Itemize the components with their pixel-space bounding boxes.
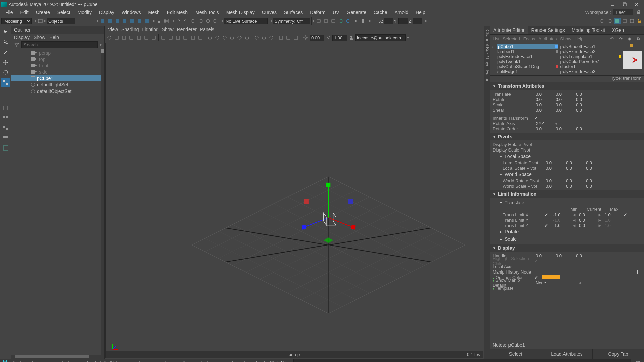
outliner-menu-display[interactable]: Display — [14, 35, 30, 40]
vp-icon[interactable] — [160, 34, 167, 41]
view-axis-gizmo[interactable] — [111, 341, 121, 351]
history-icon-2[interactable] — [197, 18, 204, 24]
select-mode-icon-3[interactable] — [136, 18, 143, 24]
vp-icon[interactable] — [253, 34, 260, 41]
menu-surfaces[interactable]: Surfaces — [281, 9, 306, 16]
vp-icon[interactable] — [128, 34, 135, 41]
select-tool[interactable] — [1, 27, 10, 37]
script-language-toggle[interactable]: MEL — [281, 360, 290, 362]
move-tool[interactable] — [1, 58, 10, 67]
vp-icon[interactable] — [190, 34, 196, 41]
rotate-tool[interactable] — [1, 68, 10, 77]
viewport-3d[interactable]: persp 0.1 fps — [105, 43, 483, 358]
menu-generate[interactable]: Generate — [343, 9, 370, 16]
outliner-item-front[interactable]: front — [11, 62, 104, 69]
history-icon-3[interactable] — [205, 18, 211, 24]
checkbox[interactable]: ✔ — [534, 259, 540, 264]
checkbox[interactable]: ✔ — [544, 223, 550, 228]
minimize-button[interactable] — [606, 0, 619, 9]
menu-create[interactable]: Create — [33, 9, 53, 16]
vp-icon[interactable] — [278, 34, 284, 41]
attr-menu-attributes[interactable]: Attributes — [538, 36, 557, 41]
layout-icon-1[interactable] — [614, 18, 621, 24]
menu-modify[interactable]: Modify — [74, 9, 95, 16]
coord-mode-icon[interactable] — [372, 18, 378, 24]
outliner-item-pcube1[interactable]: pCube1 — [11, 75, 104, 81]
select-by-component-icon[interactable] — [114, 18, 121, 24]
menu-cache[interactable]: Cache — [370, 9, 390, 16]
menu-arnold[interactable]: Arnold — [391, 9, 411, 16]
shelf-icon[interactable] — [37, 18, 44, 24]
node-tab-splitedge1[interactable]: splitEdge1 — [497, 69, 558, 74]
select-by-hierarchy-icon[interactable] — [99, 18, 106, 24]
snap-grid-icon[interactable] — [163, 18, 170, 24]
checkbox[interactable]: ✔ — [544, 212, 550, 217]
coord-x-input[interactable] — [384, 18, 393, 24]
vp-gear-icon[interactable] — [302, 34, 309, 41]
nav-back-icon[interactable]: ↶ — [608, 35, 615, 42]
menu-file[interactable]: File — [2, 9, 16, 16]
copy-tab-button[interactable]: Copy Tab — [593, 349, 644, 359]
vp-icon[interactable] — [261, 34, 267, 41]
vp-icon[interactable] — [229, 34, 235, 41]
vp-user-field[interactable]: leecaste@outlook.com — [355, 34, 406, 41]
outliner-filter-icon[interactable] — [13, 42, 20, 48]
subsection-local-space[interactable]: ▼Local Space — [490, 153, 644, 160]
render-settings-icon[interactable] — [606, 18, 613, 24]
select-by-object-icon[interactable] — [107, 18, 113, 24]
history-icon-4[interactable] — [212, 18, 219, 24]
subsection-translate-limits[interactable]: ▼Translate — [490, 199, 644, 206]
vp-icon[interactable] — [268, 34, 275, 41]
vp-gamma-input[interactable] — [332, 35, 347, 41]
dropdown-icon[interactable]: ◄ — [554, 122, 558, 125]
menu-curves[interactable]: Curves — [259, 9, 280, 16]
node-nav-right-icon[interactable]: › — [634, 44, 636, 49]
node-nav-left-icon[interactable]: ‹ — [492, 44, 495, 74]
history-redo-icon[interactable] — [182, 18, 189, 24]
vp-icon[interactable] — [285, 34, 292, 41]
paint-select-tool[interactable] — [1, 48, 10, 57]
vp-icon[interactable] — [167, 34, 174, 41]
vp-icon[interactable] — [182, 34, 189, 41]
layout-icon-2[interactable] — [621, 18, 628, 24]
render-icon[interactable] — [599, 18, 606, 24]
vp-icon[interactable] — [150, 34, 157, 41]
outliner-hscroll[interactable] — [11, 355, 104, 359]
node-tab-polycolorpervertex1[interactable]: polyColorPerVertex1 — [560, 59, 622, 64]
dropdown-icon[interactable]: ◄ — [578, 281, 581, 285]
playback-icon[interactable] — [315, 18, 322, 24]
inherits-checkbox[interactable]: ✔ — [534, 116, 540, 121]
vert-tab-channelbox[interactable]: Channel Box / Layer Editor — [485, 29, 490, 359]
select-mode-icon-4[interactable] — [144, 18, 150, 24]
search-dropdown-icon[interactable]: ▼ — [99, 43, 102, 47]
vp-menu-show[interactable]: Show — [162, 27, 174, 32]
vp-gamma-icon[interactable] — [325, 34, 332, 41]
nav-copy-icon[interactable]: ⧉ — [635, 35, 641, 42]
symmetry-field[interactable]: Symmetry: Off — [273, 18, 310, 24]
close-button[interactable] — [631, 0, 643, 9]
maximize-button[interactable] — [619, 0, 631, 9]
sidebar-lock-icon[interactable] — [636, 18, 643, 24]
menu-mesh[interactable]: Mesh — [145, 9, 163, 16]
tab-attribute-editor[interactable]: Attribute Editor — [490, 26, 528, 34]
vp-menu-lighting[interactable]: Lighting — [142, 27, 158, 32]
snap-lock-icon[interactable] — [156, 18, 162, 24]
menu-mesh-tools[interactable]: Mesh Tools — [192, 9, 222, 16]
shelf-expand-icon[interactable] — [44, 20, 46, 22]
menu-select[interactable]: Select — [54, 9, 74, 16]
outliner-tree[interactable]: persp top front side pCube1 defaultLight… — [11, 49, 104, 355]
outliner-menu-help[interactable]: Help — [49, 35, 59, 40]
nav-fwd-icon[interactable]: ↷ — [617, 35, 624, 42]
outliner-menu-show[interactable]: Show — [34, 35, 45, 40]
history-icon[interactable] — [190, 18, 197, 24]
vp-user-dropdown-icon[interactable]: ▼ — [406, 36, 410, 40]
tab-render-settings[interactable]: Render Settings — [528, 26, 568, 34]
vp-icon[interactable] — [221, 34, 228, 41]
playback-icon-5[interactable] — [345, 18, 352, 24]
coord-y-input[interactable] — [398, 18, 408, 24]
node-tab-polyextrudeface3[interactable]: polyExtrudeFace3 — [560, 69, 622, 74]
vp-icon[interactable] — [106, 34, 113, 41]
menu-edit-mesh[interactable]: Edit Mesh — [164, 9, 191, 16]
menuset-selector[interactable]: Modeling — [1, 18, 32, 24]
vp-icon[interactable] — [175, 34, 181, 41]
